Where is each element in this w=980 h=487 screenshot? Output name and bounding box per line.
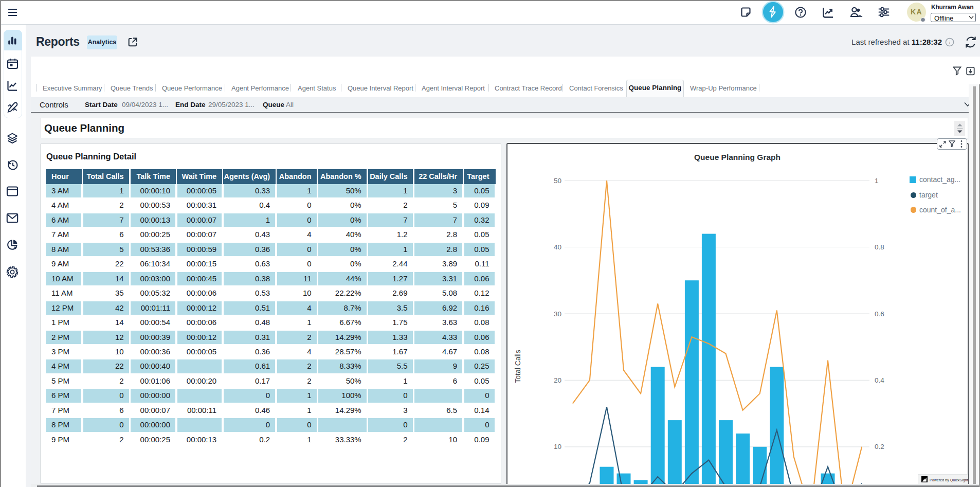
svg-text:0.6: 0.6 xyxy=(875,310,884,318)
svg-text:0.2: 0.2 xyxy=(875,443,884,450)
svg-text:30: 30 xyxy=(554,310,561,318)
svg-text:10: 10 xyxy=(554,443,561,450)
svg-text:20: 20 xyxy=(554,376,561,384)
svg-text:0.8: 0.8 xyxy=(875,243,884,251)
svg-text:50: 50 xyxy=(554,177,561,185)
svg-text:40: 40 xyxy=(554,243,561,251)
svg-text:1: 1 xyxy=(875,177,879,185)
svg-text:0.4: 0.4 xyxy=(875,376,884,384)
